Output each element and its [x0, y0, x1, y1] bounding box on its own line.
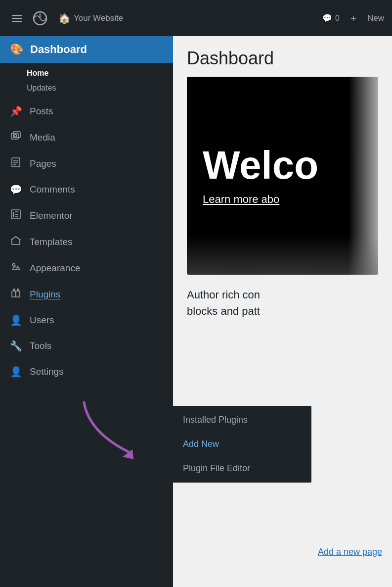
page-title: Dashboard [173, 36, 392, 77]
users-icon: 👤 [10, 314, 22, 326]
sidebar-toggle-icon[interactable] [8, 9, 26, 27]
pages-icon [10, 157, 22, 170]
settings-label: Settings [30, 366, 64, 377]
templates-label: Templates [30, 237, 73, 247]
home-label: Home [27, 69, 48, 77]
sidebar-item-updates[interactable]: Updates [27, 81, 173, 96]
settings-icon: 👤 [10, 366, 22, 378]
blocks-patt-text: blocks and patt [187, 303, 378, 319]
posts-icon: 📌 [10, 105, 22, 117]
comment-count: 0 [335, 14, 340, 23]
sidebar-item-home[interactable]: Home [27, 66, 173, 81]
plugins-icon [10, 288, 22, 300]
svg-rect-17 [12, 291, 16, 297]
welcome-title: Welco [203, 146, 362, 185]
plugins-submenu: Installed Plugins Add New Plugin File Ed… [173, 406, 311, 483]
sidebar-item-posts[interactable]: 📌 Posts [0, 98, 173, 124]
svg-rect-18 [16, 291, 20, 297]
media-icon [10, 131, 22, 144]
tools-icon: 🔧 [10, 340, 22, 352]
svg-marker-19 [123, 449, 133, 459]
wordpress-logo-icon[interactable] [30, 8, 50, 29]
svg-point-16 [13, 264, 15, 266]
installed-plugins-item[interactable]: Installed Plugins [173, 408, 311, 432]
updates-label: Updates [27, 84, 56, 92]
site-nav[interactable]: 🏠 Your Website [58, 12, 123, 24]
comments-bar-item[interactable]: 💬 0 [322, 13, 340, 23]
sidebar-item-elementor[interactable]: Elementor [0, 202, 173, 229]
users-label: Users [30, 315, 54, 326]
svg-rect-7 [12, 158, 20, 167]
svg-rect-4 [11, 133, 18, 139]
sidebar-item-plugins[interactable]: Plugins [0, 281, 173, 307]
blur-overlay-bottom [187, 235, 378, 275]
svg-rect-1 [12, 18, 22, 19]
new-button[interactable]: New [367, 13, 384, 23]
sidebar: 🎨 Dashboard Home Updates 📌 Posts [0, 36, 173, 587]
main-layout: 🎨 Dashboard Home Updates 📌 Posts [0, 36, 392, 587]
tools-label: Tools [30, 341, 51, 351]
comments-label: Comments [30, 184, 75, 195]
elementor-icon [10, 209, 22, 222]
plus-icon: ＋ [344, 11, 363, 25]
sidebar-item-pages[interactable]: Pages [0, 150, 173, 177]
author-rich-text: Author rich con [187, 287, 378, 303]
add-new-plugin-item[interactable]: Add New [173, 432, 311, 456]
pages-label: Pages [30, 158, 56, 169]
templates-icon [10, 236, 22, 248]
site-name[interactable]: Your Website [74, 13, 123, 23]
media-label: Media [30, 132, 55, 143]
sidebar-dashboard-label: Dashboard [30, 43, 87, 56]
svg-rect-0 [12, 15, 22, 16]
main-content: Dashboard Welco Learn more abo Author ri… [173, 36, 392, 587]
sidebar-item-settings[interactable]: 👤 Settings [0, 359, 173, 385]
svg-rect-2 [12, 21, 22, 22]
sidebar-item-media[interactable]: Media [0, 124, 173, 150]
elementor-label: Elementor [30, 210, 73, 221]
appearance-icon [10, 262, 22, 274]
sidebar-item-comments[interactable]: 💬 Comments [0, 177, 173, 202]
posts-label: Posts [30, 106, 53, 117]
content-description: Author rich con blocks and patt [173, 275, 392, 331]
appearance-label: Appearance [30, 263, 80, 274]
dashboard-icon: 🎨 [10, 43, 23, 56]
arrow-annotation [69, 392, 168, 491]
add-new-page-link[interactable]: Add a new page [318, 547, 382, 557]
house-icon: 🏠 [58, 12, 71, 24]
new-label: New [367, 13, 384, 23]
plugins-label: Plugins [30, 289, 60, 300]
comments-icon: 💬 [10, 184, 22, 196]
sidebar-item-users[interactable]: 👤 Users [0, 307, 173, 333]
svg-point-6 [14, 135, 17, 137]
sidebar-item-dashboard[interactable]: 🎨 Dashboard [0, 36, 173, 63]
plugin-file-editor-item[interactable]: Plugin File Editor [173, 456, 311, 481]
sidebar-item-tools[interactable]: 🔧 Tools [0, 333, 173, 359]
sidebar-sub-menu: Home Updates [0, 63, 173, 98]
sidebar-item-appearance[interactable]: Appearance [0, 255, 173, 281]
learn-more-link[interactable]: Learn more abo [203, 193, 362, 206]
welcome-panel: Welco Learn more abo [187, 77, 378, 275]
admin-bar: 🏠 Your Website 💬 0 ＋ New [0, 0, 392, 36]
comment-icon: 💬 [322, 13, 332, 23]
sidebar-item-templates[interactable]: Templates [0, 229, 173, 255]
